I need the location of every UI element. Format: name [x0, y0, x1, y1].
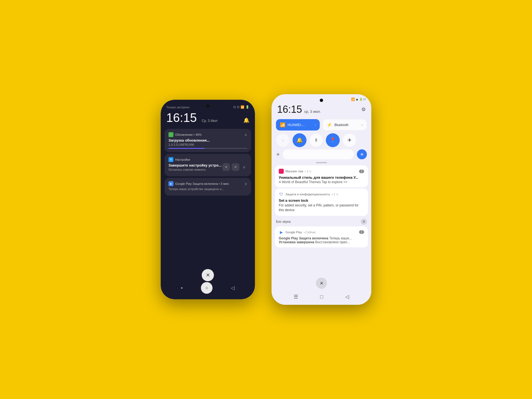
qs-wifi-arrow: ›	[315, 123, 316, 127]
notif-card-update[interactable]: ↑ Обновление • 46% ∧ Загрузка обновления…	[165, 129, 251, 152]
right-nav-bar: ☰ □ ◁	[272, 290, 371, 305]
update-app-icon: ↑	[168, 132, 173, 137]
screenshot-icon: ⊡	[233, 105, 236, 109]
right-time: 16:15	[277, 104, 302, 115]
scroll-dot	[316, 162, 327, 163]
right-signal-icon: ■	[356, 98, 358, 101]
qs-flashlight-btn[interactable]: 🕯	[309, 133, 323, 147]
brightness-high-btn[interactable]: ☀	[357, 149, 367, 159]
themes-body: A World of Beautiful Themes Tap to explo…	[279, 180, 364, 184]
right-wifi-status-icon: 📶	[351, 98, 355, 101]
themes-app-name: Магазин тем	[285, 170, 303, 173]
qs-mobile-data-btn[interactable]: ↕	[276, 133, 290, 147]
left-nav-bar: ▪ ○ ◁	[161, 278, 255, 299]
silent-label: Без звука	[276, 220, 291, 224]
rotate-icon: ⊡	[237, 105, 239, 109]
notif-card-gplay[interactable]: ▶ Google Play Защита включена • 3 мин. ∨…	[165, 178, 251, 196]
action-icon-2[interactable]: ✕	[232, 163, 239, 171]
nav-back-icon[interactable]: ◁	[231, 285, 235, 291]
qs-bluetooth-tile[interactable]: ⚡ Bluetooth ›	[323, 119, 367, 131]
right-nav-menu-icon[interactable]: ☰	[294, 294, 298, 300]
right-time-row: 16:15 ср, 3 июл. ⚙	[272, 103, 371, 118]
notif-security-card[interactable]: 🛡 Защита и конфиденциальность • 1 ч. Set…	[275, 188, 368, 216]
gplay-app-icon: ▶	[168, 181, 173, 186]
setup-app-name: Настройки	[175, 158, 190, 161]
left-time: 16:15	[166, 112, 197, 124]
themes-time: • 1 ч.	[305, 170, 312, 173]
right-battery-icon: 🔋77	[359, 98, 366, 101]
brightness-slider[interactable]	[283, 149, 354, 159]
gplay-title1: Google Play Защита включена	[279, 236, 328, 240]
nav-home-button[interactable]: ○	[201, 282, 213, 294]
security-body: For added security, set a PIN, pattern, …	[279, 203, 364, 213]
notif-setup-expand[interactable]: ∨	[241, 163, 247, 171]
wifi-icon: 📶	[241, 105, 244, 109]
update-app-name: Обновление • 46%	[175, 133, 202, 136]
silent-group: Без звука ✕ ▶ Google Play • Сейчас 2 Goo…	[275, 217, 368, 247]
themes-title: Уникальный стиль для вашего телефона У..…	[279, 175, 364, 180]
notif-gplay-expand[interactable]: ∨	[244, 181, 247, 186]
notif-setup-title: Завершите настройку устро...	[168, 163, 222, 167]
right-nav-home-icon[interactable]: □	[320, 294, 323, 300]
left-phone-screen: Только экстренн ⊡ ⊡ 📶 🔋 16:15 Ср, 3 Июл …	[161, 100, 255, 299]
right-phone-screen: 📶 ■ 🔋77 16:15 ср, 3 июл. ⚙ 📶 HUAWEI-... …	[272, 94, 371, 305]
qs-wifi-icon: 📶	[280, 122, 285, 127]
brightness-row: ☀ ☀	[272, 149, 371, 159]
notif-card-setup[interactable]: ⚙ Настройки Завершите настройку устро...…	[165, 154, 251, 176]
qs-bluetooth-icon: ⚡	[327, 122, 332, 127]
qs-row-1: 📶 HUAWEI-... › ⚡ Bluetooth ›	[272, 118, 371, 132]
security-title: Set a screen lock	[279, 198, 364, 203]
battery-icon: 🔋	[245, 105, 249, 109]
gplay-title2: Установка завершена	[279, 240, 314, 244]
left-alarm-icon[interactable]: 🔔	[243, 117, 249, 123]
themes-app-icon	[279, 169, 284, 174]
silent-close-button[interactable]: ✕	[361, 219, 367, 225]
progress-bar-fill	[168, 148, 205, 149]
setup-app-icon: ⚙	[168, 157, 173, 162]
right-status-icons: 📶 ■ 🔋77	[351, 98, 366, 101]
gplay-silent-body1: Google Play Защита включена Теперь ваше.…	[279, 236, 364, 240]
right-nav-back-icon[interactable]: ◁	[345, 294, 349, 300]
right-camera	[320, 99, 323, 102]
notif-gplay-silent-card[interactable]: ▶ Google Play • Сейчас 2 Google Play Защ…	[275, 226, 368, 247]
gplay-silent-name: Google Play	[285, 231, 302, 234]
gplay-silent-time: • Сейчас	[304, 231, 316, 234]
right-phone: 📶 ■ 🔋77 16:15 ср, 3 июл. ⚙ 📶 HUAWEI-... …	[272, 94, 371, 305]
gplay-silent-icon: ▶	[279, 230, 284, 235]
nav-recents-icon[interactable]: ▪	[181, 285, 183, 291]
scroll-indicator	[272, 162, 371, 163]
qs-airplane-btn[interactable]: ✈	[342, 133, 356, 147]
left-phone: Только экстренн ⊡ ⊡ 📶 🔋 16:15 Ср, 3 Июл …	[161, 100, 255, 299]
left-camera	[206, 104, 209, 108]
qs-wifi-tile[interactable]: 📶 HUAWEI-... ›	[276, 119, 320, 131]
qs-icon-row: ↕ 🔔 🕯 📍 ✈	[272, 133, 371, 147]
gplay-app-name: Google Play Защита включена • 3 мин.	[175, 182, 229, 185]
notif-update-subtitle: 1.0.2.0.UNFRUXM	[168, 143, 247, 146]
notif-themes-card[interactable]: Магазин тем • 1 ч. 2 Уникальный стиль дл…	[275, 165, 368, 187]
gplay-silent-badge: 2	[359, 230, 364, 234]
security-time: • 1 ч.	[332, 193, 339, 196]
left-status-icons: ⊡ ⊡ 📶 🔋	[233, 105, 249, 109]
security-app-name: Защита и конфиденциальность	[285, 193, 330, 196]
right-close-button[interactable]: ✕	[316, 278, 327, 289]
notif-gplay-subtitle: Теперь ваше устройство защищено о...	[168, 187, 247, 191]
left-time-row: 16:15 Ср, 3 Июл 🔔	[161, 110, 255, 127]
action-icon-1[interactable]: ✕	[222, 163, 230, 171]
security-app-icon: 🛡	[279, 192, 284, 197]
notif-update-title: Загрузка обновления...	[168, 138, 247, 142]
qs-bluetooth-label: Bluetooth	[334, 123, 359, 127]
notif-collapse-icon[interactable]: ∧	[244, 132, 247, 137]
progress-bar-bg	[168, 148, 247, 149]
gplay-body2: Восстановлено прил...	[315, 240, 350, 244]
right-settings-icon[interactable]: ⚙	[361, 106, 366, 112]
themes-badge: 2	[359, 170, 364, 173]
qs-wifi-label: HUAWEI-...	[288, 123, 313, 127]
qs-location-btn[interactable]: 📍	[326, 133, 340, 147]
left-status-text: Только экстренн	[166, 106, 189, 109]
notif-setup-subtitle: Осталось совсем немного.	[168, 168, 222, 171]
qs-notifications-btn[interactable]: 🔔	[293, 133, 306, 147]
right-date: ср, 3 июл.	[304, 109, 321, 114]
gplay-silent-body2: Установка завершена Восстановлено прил..…	[279, 240, 364, 244]
left-date: Ср, 3 Июл	[202, 119, 217, 123]
gplay-body1: Теперь ваше...	[329, 236, 352, 240]
